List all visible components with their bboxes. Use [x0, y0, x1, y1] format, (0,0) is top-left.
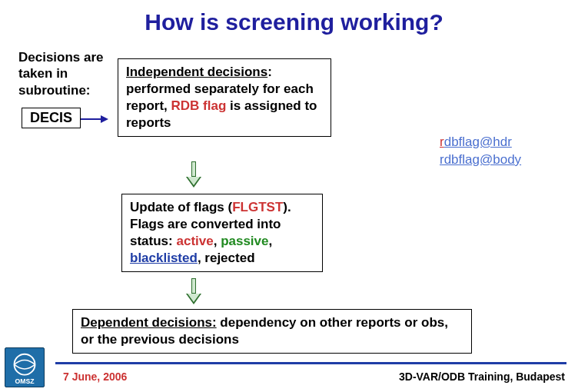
arrow-right-icon [81, 115, 111, 123]
rdb-flag-text: RDB flag [171, 98, 227, 113]
update-flags-box: Update of flags (FLGTST). Flags are conv… [121, 194, 323, 272]
status-rejected: rejected [204, 251, 254, 265]
footer-divider [55, 362, 566, 364]
flgtst-text: FLGTST [232, 200, 283, 214]
footer-date: 7 June, 2006 [63, 370, 127, 383]
box3-lead: Dependent decisions: [81, 315, 217, 330]
sep3: , [198, 251, 204, 265]
decis-box: DECIS [22, 108, 81, 128]
link-rdbflag-hdr[interactable]: rdbflag@hdr [440, 135, 512, 150]
arrow-down-icon [186, 278, 201, 304]
slide-title: How is screening working? [0, 9, 588, 35]
sep2: , [269, 234, 273, 248]
status-active: active [176, 234, 213, 248]
link-rdbflag-body[interactable]: rdbflag@body [440, 152, 521, 168]
link1-rest: dbflag@hdr [444, 135, 512, 149]
omsz-logo-icon: OMSZ [5, 347, 45, 387]
svg-point-0 [15, 354, 35, 375]
intro-text: Decisions are taken in subroutine: [18, 49, 118, 98]
box2-t1: Update of flags ( [130, 200, 232, 214]
status-blacklisted: blacklisted [130, 251, 198, 265]
independent-decisions-box: Independent decisions: performed separat… [118, 58, 331, 137]
box1-lead: Independent decisions [126, 65, 267, 79]
dependent-decisions-box: Dependent decisions: dependency on other… [72, 309, 472, 354]
svg-text:OMSZ: OMSZ [15, 377, 35, 385]
footer-event: 3D-VAR/ODB Training, Budapest [399, 370, 565, 383]
status-passive: passive [221, 234, 268, 248]
sep1: , [214, 234, 221, 248]
arrow-down-icon [186, 161, 201, 188]
